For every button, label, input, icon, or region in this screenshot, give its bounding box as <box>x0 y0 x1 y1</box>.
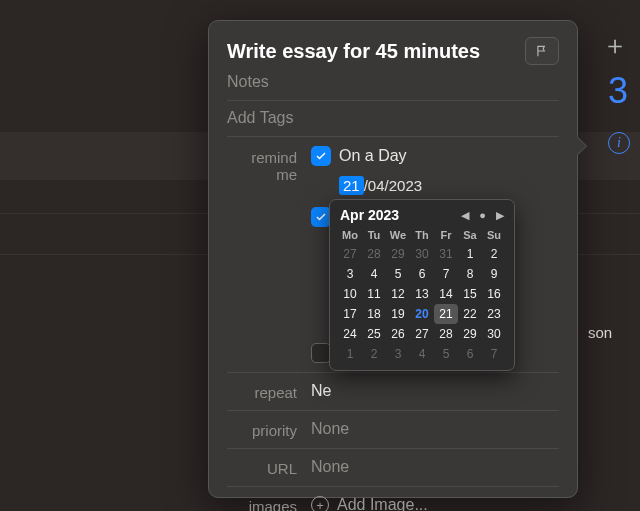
images-label: images <box>227 496 311 511</box>
add-icon[interactable]: ＋ <box>602 28 628 63</box>
location-checkbox[interactable] <box>311 343 331 363</box>
calendar-month-label: Apr 2023 <box>340 207 399 223</box>
calendar-day[interactable]: 2 <box>362 344 386 364</box>
flag-button[interactable] <box>525 37 559 65</box>
on-a-day-checkbox[interactable] <box>311 146 331 166</box>
calendar-day[interactable]: 21 <box>434 304 458 324</box>
calendar-weekday-header: Th <box>410 226 434 244</box>
calendar-day[interactable]: 5 <box>386 264 410 284</box>
calendar-next-icon[interactable]: ▶ <box>496 209 504 222</box>
calendar-day[interactable]: 15 <box>458 284 482 304</box>
calendar-day[interactable]: 4 <box>410 344 434 364</box>
day-number: 3 <box>608 70 628 112</box>
calendar-day[interactable]: 24 <box>338 324 362 344</box>
on-a-day-label: On a Day <box>339 147 407 165</box>
calendar-day[interactable]: 1 <box>458 244 482 264</box>
add-image-label: Add Image... <box>337 496 428 511</box>
check-icon <box>315 211 327 223</box>
background-item-text: son <box>588 324 612 341</box>
calendar-day[interactable]: 5 <box>434 344 458 364</box>
calendar-day[interactable]: 4 <box>362 264 386 284</box>
date-picker-popover: Apr 2023 ◀ ● ▶ MoTuWeThFrSaSu27282930311… <box>329 199 515 371</box>
calendar-day[interactable]: 25 <box>362 324 386 344</box>
calendar-day[interactable]: 16 <box>482 284 506 304</box>
inspector-popover: Write essay for 45 minutes Notes Add Tag… <box>208 20 578 498</box>
notes-field[interactable]: Notes <box>227 65 559 101</box>
calendar-day[interactable]: 17 <box>338 304 362 324</box>
calendar-day[interactable]: 27 <box>410 324 434 344</box>
calendar-day[interactable]: 20 <box>410 304 434 324</box>
calendar-day[interactable]: 28 <box>434 324 458 344</box>
calendar-weekday-header: Fr <box>434 226 458 244</box>
task-title[interactable]: Write essay for 45 minutes <box>227 40 525 63</box>
calendar-day[interactable]: 29 <box>386 244 410 264</box>
priority-value[interactable]: None <box>311 420 559 438</box>
add-image-button[interactable]: + Add Image... <box>311 496 559 511</box>
calendar-weekday-header: We <box>386 226 410 244</box>
calendar-day[interactable]: 12 <box>386 284 410 304</box>
tags-field[interactable]: Add Tags <box>227 101 559 137</box>
calendar-day[interactable]: 11 <box>362 284 386 304</box>
date-input[interactable]: 21/04/2023 <box>339 176 559 195</box>
calendar-day[interactable]: 8 <box>458 264 482 284</box>
calendar-day[interactable]: 7 <box>434 264 458 284</box>
calendar-day[interactable]: 10 <box>338 284 362 304</box>
calendar-day[interactable]: 31 <box>434 244 458 264</box>
calendar-day[interactable]: 3 <box>338 264 362 284</box>
repeat-value[interactable]: Ne <box>311 382 559 400</box>
url-label: URL <box>227 458 311 477</box>
calendar-day[interactable]: 18 <box>362 304 386 324</box>
calendar-day[interactable]: 30 <box>410 244 434 264</box>
calendar-day[interactable]: 1 <box>338 344 362 364</box>
priority-label: priority <box>227 420 311 439</box>
calendar-day[interactable]: 3 <box>386 344 410 364</box>
calendar-day[interactable]: 27 <box>338 244 362 264</box>
calendar-day[interactable]: 14 <box>434 284 458 304</box>
calendar-prev-icon[interactable]: ◀ <box>461 209 469 222</box>
info-icon[interactable]: i <box>608 132 630 154</box>
calendar-today-icon[interactable]: ● <box>479 209 486 221</box>
calendar-day[interactable]: 9 <box>482 264 506 284</box>
calendar-weekday-header: Mo <box>338 226 362 244</box>
calendar-day[interactable]: 19 <box>386 304 410 324</box>
calendar-day[interactable]: 26 <box>386 324 410 344</box>
calendar-day[interactable]: 23 <box>482 304 506 324</box>
repeat-label: repeat <box>227 382 311 401</box>
calendar-day[interactable]: 6 <box>458 344 482 364</box>
calendar-day[interactable]: 22 <box>458 304 482 324</box>
calendar-weekday-header: Sa <box>458 226 482 244</box>
calendar-weekday-header: Su <box>482 226 506 244</box>
calendar-day[interactable]: 13 <box>410 284 434 304</box>
date-day-segment[interactable]: 21 <box>339 176 364 195</box>
calendar-day[interactable]: 2 <box>482 244 506 264</box>
plus-circle-icon: + <box>311 496 329 511</box>
calendar-day[interactable]: 29 <box>458 324 482 344</box>
url-value[interactable]: None <box>311 458 559 476</box>
calendar-day[interactable]: 6 <box>410 264 434 284</box>
calendar-day[interactable]: 30 <box>482 324 506 344</box>
flag-icon <box>535 44 549 58</box>
calendar-weekday-header: Tu <box>362 226 386 244</box>
check-icon <box>315 150 327 162</box>
calendar-day[interactable]: 7 <box>482 344 506 364</box>
remind-me-label: remind me <box>227 146 311 183</box>
date-rest[interactable]: /04/2023 <box>364 177 422 194</box>
calendar-day[interactable]: 28 <box>362 244 386 264</box>
at-a-time-checkbox[interactable] <box>311 207 331 227</box>
calendar-grid: MoTuWeThFrSaSu27282930311234567891011121… <box>338 226 506 364</box>
